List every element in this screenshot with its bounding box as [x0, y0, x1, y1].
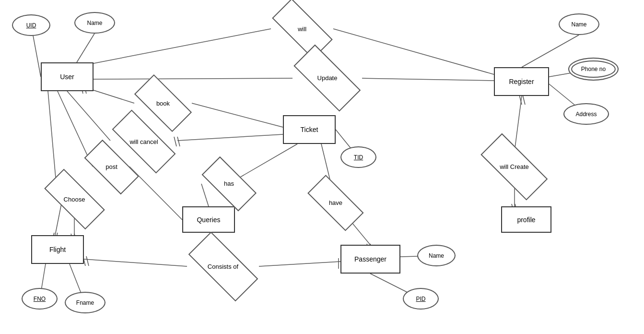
- svg-line-49: [523, 95, 525, 105]
- entity-profile: profile: [501, 206, 551, 233]
- svg-line-20: [67, 91, 110, 141]
- svg-line-17: [192, 103, 283, 127]
- svg-line-48: [519, 95, 522, 105]
- rel-willcreate: will Create: [480, 151, 549, 182]
- attr-fname: Fname: [65, 292, 105, 313]
- svg-line-39: [84, 259, 187, 266]
- entity-ticket: Ticket: [283, 115, 336, 144]
- attr-address: Address: [563, 103, 609, 125]
- svg-line-23: [177, 137, 180, 146]
- svg-line-1: [77, 34, 94, 62]
- svg-line-10: [86, 29, 271, 65]
- rel-will: will: [271, 14, 333, 43]
- svg-line-44: [515, 96, 522, 151]
- attr-tid: TID: [340, 146, 376, 168]
- rel-update: Update: [293, 62, 362, 94]
- attr-uid: UID: [12, 14, 50, 36]
- attr-uname: Name: [74, 12, 115, 34]
- attr-pname: Name: [417, 245, 456, 266]
- svg-line-21: [177, 134, 283, 141]
- attr-rname: Name: [559, 13, 599, 35]
- rel-have: have: [307, 190, 364, 216]
- rel-consistsof: Consists of: [187, 250, 259, 283]
- rel-has: has: [201, 170, 257, 197]
- svg-line-12: [94, 78, 293, 79]
- entity-flight: Flight: [31, 235, 84, 264]
- entity-user: User: [41, 62, 94, 91]
- svg-line-2: [522, 35, 579, 67]
- attr-pid: PID: [403, 288, 439, 310]
- svg-line-42: [259, 262, 340, 266]
- svg-line-13: [362, 78, 494, 81]
- rel-choose: Choose: [43, 185, 105, 214]
- entity-register: Register: [494, 67, 549, 96]
- rel-book: book: [134, 89, 192, 118]
- entity-passenger: Passenger: [340, 245, 400, 274]
- rel-post: post: [84, 154, 139, 180]
- svg-line-41: [86, 256, 89, 266]
- rel-willcancel: will cancel: [110, 127, 177, 156]
- attr-fno: FNO: [22, 288, 58, 310]
- entity-queries: Queries: [182, 206, 235, 233]
- attr-phoneno: Phone no: [568, 58, 619, 81]
- er-diagram-canvas: User Ticket Register Flight Passenger pr…: [0, 0, 644, 334]
